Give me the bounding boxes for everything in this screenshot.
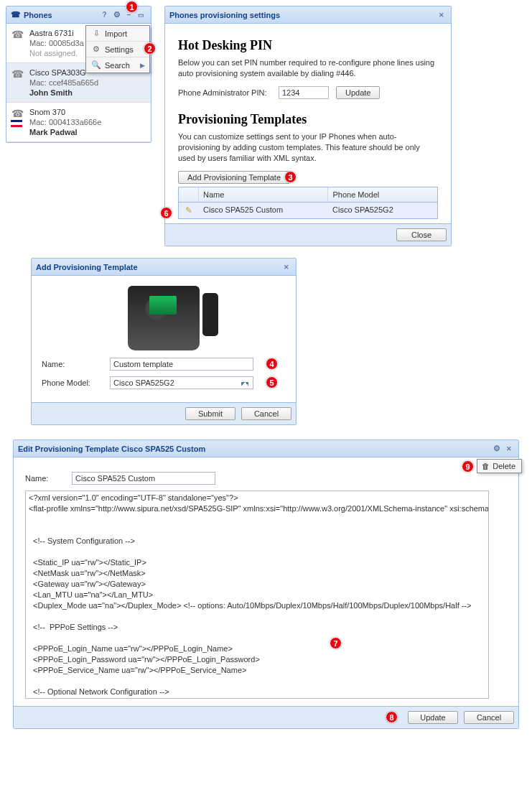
update-button[interactable]: Update: [408, 711, 458, 724]
callout-2: 2: [144, 42, 156, 55]
close-icon[interactable]: [503, 443, 514, 454]
collapse-icon[interactable]: [136, 9, 146, 20]
pin-input[interactable]: [279, 86, 329, 99]
phone-image: [128, 286, 200, 350]
edit-panel-title: Edit Provisioning Template Cisco SPA525 …: [18, 445, 205, 453]
add-template-button[interactable]: Add Provisioning Template: [178, 171, 290, 184]
gear-icon[interactable]: [111, 9, 122, 20]
edit-template-panel: Edit Provisioning Template Cisco SPA525 …: [13, 440, 519, 729]
phone-mac: Mac: 0004133a666e: [29, 117, 145, 127]
callout-4: 4: [266, 358, 278, 370]
trash-icon: [482, 462, 490, 470]
callout-6: 6: [160, 207, 172, 219]
phones-panel-title: Phones: [24, 11, 52, 19]
menu-import[interactable]: ⇩ Import: [86, 26, 149, 42]
callout-7: 7: [330, 637, 342, 649]
pin-update-button[interactable]: Update: [336, 86, 380, 99]
pin-label: Phone Administrator PIN:: [178, 88, 279, 97]
search-icon: 🔍: [90, 60, 102, 70]
close-button[interactable]: Close: [396, 228, 447, 241]
templates-desc: You can customize settings sent to your …: [178, 131, 438, 164]
chevron-right-icon: ▶: [140, 62, 145, 69]
add-template-dialog: Add Provisioning Template Name: 4 Phone …: [31, 258, 297, 425]
hotdesk-desc: Below you can set PIN number required to…: [178, 57, 438, 79]
menu-import-label: Import: [105, 29, 127, 38]
flag-uk-icon: [11, 120, 22, 127]
menu-search-label: Search: [105, 61, 130, 70]
phone-device-icon: [11, 68, 24, 80]
table-row[interactable]: Cisco SPA525 Custom Cisco SPA525G2: [179, 203, 437, 218]
phones-panel: ☎ Phones 1 ⇩ Import ⚙ Settings 2 🔍 Searc…: [6, 6, 151, 143]
import-icon: ⇩: [90, 29, 102, 38]
templates-grid: Name Phone Model Cisco SPA525 Custom Cis…: [178, 187, 438, 219]
phone-device-icon: [11, 107, 24, 120]
provisioning-settings-panel: Phones provisioning settings Hot Desking…: [164, 6, 452, 246]
submit-button[interactable]: Submit: [185, 407, 235, 420]
grid-header: Name Phone Model: [179, 187, 437, 203]
settings-panel-title: Phones provisioning settings: [169, 11, 280, 19]
row-model: Cisco SPA525G2: [328, 203, 437, 218]
settings-icon: ⚙: [90, 45, 102, 54]
cancel-button[interactable]: Cancel: [241, 407, 291, 420]
templates-heading: Provisioning Templates: [178, 112, 438, 127]
delete-popup[interactable]: Delete: [477, 459, 522, 473]
model-label: Phone Model:: [42, 378, 110, 387]
col-model: Phone Model: [328, 187, 437, 202]
callout-5: 5: [266, 376, 278, 389]
phone-device-icon: [11, 28, 24, 41]
gear-icon[interactable]: [491, 443, 502, 454]
callout-9: 9: [462, 460, 474, 473]
phones-context-menu: ⇩ Import ⚙ Settings 2 🔍 Search ▶: [85, 25, 150, 73]
cancel-button[interactable]: Cancel: [464, 711, 514, 724]
add-dialog-header: Add Provisioning Template: [32, 259, 296, 276]
phone-item[interactable]: Snom 370 Mac: 0004133a666e Mark Padwal: [6, 103, 151, 142]
settings-panel-header: Phones provisioning settings: [165, 6, 451, 24]
callout-3: 3: [284, 171, 297, 183]
callout-8: 8: [386, 711, 398, 723]
edit-name-label: Name:: [25, 474, 72, 483]
settings-footer: Close: [165, 223, 451, 246]
add-dialog-footer: Submit Cancel: [32, 402, 296, 424]
phone-model-select[interactable]: Cisco SPA525G2: [110, 376, 253, 389]
close-icon[interactable]: [436, 9, 447, 20]
edit-footer: 8 Update Cancel: [14, 706, 518, 728]
callout-1: 1: [126, 1, 138, 13]
row-name: Cisco SPA525 Custom: [199, 203, 328, 218]
edit-icon[interactable]: [185, 206, 192, 215]
close-icon[interactable]: [281, 261, 291, 272]
hotdesk-heading: Hot Desking PIN: [178, 38, 438, 53]
add-dialog-title: Add Provisioning Template: [36, 263, 138, 271]
col-name: Name: [199, 187, 328, 202]
help-icon[interactable]: [99, 9, 110, 20]
template-name-input[interactable]: [110, 358, 253, 371]
menu-search[interactable]: 🔍 Search ▶: [86, 57, 149, 73]
edit-panel-header: Edit Provisioning Template Cisco SPA525 …: [14, 440, 518, 457]
xml-editor[interactable]: <?xml version="1.0" encoding="UTF-8" sta…: [25, 491, 489, 699]
menu-settings[interactable]: ⚙ Settings 2: [86, 42, 149, 57]
phone-mac: Mac: ccef485a665d: [29, 78, 145, 88]
phone-owner: Mark Padwal: [29, 127, 145, 137]
name-label: Name:: [42, 360, 110, 368]
phone-icon: ☎: [11, 10, 21, 19]
phone-model: Snom 370: [29, 107, 145, 117]
delete-label: Delete: [493, 462, 515, 470]
edit-name-input[interactable]: [72, 472, 215, 485]
phone-owner: John Smith: [29, 88, 145, 98]
menu-settings-label: Settings: [105, 45, 134, 54]
